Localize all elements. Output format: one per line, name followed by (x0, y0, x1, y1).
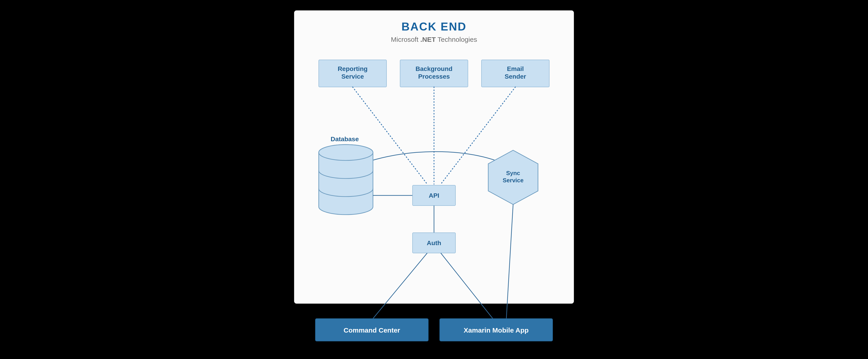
node-database: Database (319, 136, 373, 215)
node-background-processes: Background Processes (400, 60, 468, 87)
database-icon (319, 144, 373, 215)
node-auth: Auth (412, 233, 456, 253)
svg-text:Command Center: Command Center (344, 326, 400, 334)
svg-text:Auth: Auth (427, 239, 441, 247)
svg-text:Reporting: Reporting (338, 65, 368, 72)
svg-text:API: API (429, 192, 439, 199)
node-reporting-service: Reporting Service (319, 60, 386, 87)
svg-text:Xamarin Mobile App: Xamarin Mobile App (464, 326, 528, 334)
node-command-center: Command Center (315, 319, 428, 341)
svg-text:Service: Service (341, 73, 364, 80)
svg-text:Processes: Processes (418, 73, 450, 80)
svg-text:Database: Database (331, 136, 359, 142)
svg-point-9 (319, 144, 373, 160)
node-email-sender: Email Sender (482, 60, 549, 87)
diagram-svg: BACK END Microsoft .NET Technologies Rep… (294, 10, 574, 349)
diagram-title: BACK END (401, 20, 467, 33)
diagram-subtitle: Microsoft .NET Technologies (391, 36, 477, 43)
svg-text:Service: Service (503, 177, 524, 184)
node-api: API (412, 185, 456, 205)
svg-text:Sync: Sync (506, 170, 520, 176)
svg-text:Background: Background (415, 65, 452, 72)
svg-text:Email: Email (507, 65, 524, 72)
svg-text:Sender: Sender (505, 73, 526, 80)
diagram-stage: BACK END Microsoft .NET Technologies Rep… (294, 10, 574, 349)
node-mobile-app: Xamarin Mobile App (440, 319, 553, 341)
